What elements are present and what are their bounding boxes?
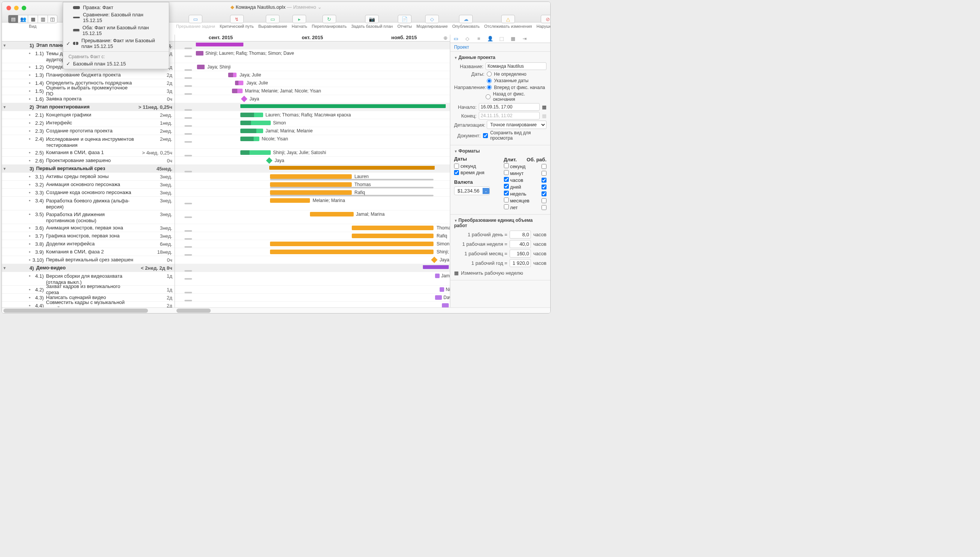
gantt-row[interactable]: Rafiq — [175, 232, 450, 240]
task-row[interactable]: •3.3)Создание кода основного персонажа3н… — [2, 189, 175, 197]
menu-item[interactable]: Правка: Факт — [63, 4, 169, 11]
task-row[interactable]: •3.8)Доделки интерфейса6нед. — [2, 240, 175, 248]
eff-years-checkbox[interactable] — [541, 205, 546, 210]
task-row[interactable]: •3.2)Анимация основного персонажа3нед. — [2, 181, 175, 189]
track-changes-button[interactable]: △Отслеживать изменения — [484, 15, 532, 29]
gantt-row[interactable]: Shinji; Jaya; Julie; Satoshi — [175, 149, 450, 157]
eff-days-checkbox[interactable] — [541, 184, 546, 189]
simulation-button[interactable]: ◇Моделирование — [416, 15, 448, 29]
task-row[interactable]: •3.10)Первый вертикальный срез завершен0… — [2, 256, 175, 264]
task-interrupt-button[interactable]: ▭Прерывание задачи — [176, 15, 215, 29]
task-row[interactable]: ▼3)Первый вертикальный срез45нед. — [2, 165, 175, 173]
gantt-bar[interactable] — [241, 104, 446, 108]
menu-item[interactable]: Сравнение: Базовый план 15.12.15 — [63, 11, 169, 24]
gantt-row[interactable] — [175, 165, 450, 173]
milestone-marker[interactable] — [266, 158, 273, 164]
hours-per-day-input[interactable] — [510, 231, 531, 239]
gantt-row[interactable]: Shinji; Ja — [175, 248, 450, 256]
gantt-row[interactable]: Dav — [175, 294, 450, 302]
task-row[interactable]: •3.5)Разработка ИИ движения противников … — [2, 210, 175, 224]
gantt-bar[interactable] — [196, 51, 203, 55]
milestone-marker[interactable] — [241, 96, 247, 103]
gantt-row[interactable]: Jamal; Marina — [175, 210, 450, 224]
inspector-tab-custom[interactable]: ▦ — [510, 36, 517, 42]
gantt-row[interactable]: Nico — [175, 286, 450, 294]
zoom-icon[interactable]: ⊕ — [444, 35, 448, 41]
gantt-row[interactable]: Jaya — [175, 95, 450, 103]
inspector-tab-resource[interactable]: 👤 — [487, 36, 494, 42]
eff-weeks-checkbox[interactable] — [541, 191, 546, 196]
gantt-row[interactable]: Jaya — [175, 256, 450, 264]
gantt-row[interactable]: Nicole; Yisan — [175, 135, 450, 149]
currency-select[interactable]: $1,234.56⌄ — [454, 186, 490, 195]
gantt-row[interactable] — [175, 103, 450, 111]
violations-button[interactable]: ⊘Нарушения — [536, 15, 551, 29]
task-row[interactable]: ▼4)Демо-видео< 2нед. 2д 8ч — [2, 264, 175, 272]
inspector-tab-styles[interactable]: ⬚ — [498, 36, 505, 42]
gantt-bar[interactable] — [269, 166, 435, 170]
reschedule-button[interactable]: ↻Перепланировать — [312, 15, 347, 29]
gantt-bar[interactable] — [352, 234, 434, 238]
task-row[interactable]: •4.2)Захват кадров из вертикального срез… — [2, 286, 175, 294]
gantt-row[interactable]: Lauren; Thomas; Rafiq; Масляная краска — [175, 111, 450, 119]
task-row[interactable]: •2.1)Концепция графики2нед. — [2, 111, 175, 119]
gantt-row[interactable]: Jaya — [175, 157, 450, 165]
task-row[interactable]: •1.3)Планирование бюджета проекта2д — [2, 71, 175, 79]
date-seconds-checkbox[interactable] — [454, 164, 459, 169]
task-row[interactable]: •1.5)Оценить и выбрать промежуточное ПО3… — [2, 87, 175, 95]
gantt-bar[interactable] — [352, 226, 434, 230]
gantt-row[interactable]: Melanie; Marina — [175, 197, 450, 210]
gantt-row[interactable]: Simon — [175, 240, 450, 248]
start-date-input[interactable] — [479, 103, 540, 111]
inspector-tabs[interactable]: ▭ ◇ ≡ 👤 ⬚ ▦ ⇥ — [450, 35, 550, 43]
gantt-bar[interactable] — [435, 274, 440, 278]
task-row[interactable]: •3.6)Анимация монстров, первая зона3нед. — [2, 224, 175, 232]
gantt-row[interactable] — [175, 264, 450, 272]
gantt-row[interactable]: Marina; Melanie; Jamal; Nicole; Yisan — [175, 87, 450, 95]
calendar-icon[interactable]: ▦ — [542, 104, 546, 110]
gantt-bar[interactable] — [241, 150, 271, 155]
task-row[interactable]: ▼2)Этап проектирования> 11нед. 0,25ч — [2, 103, 175, 111]
inspector-tab-milestone[interactable]: ◇ — [464, 36, 471, 42]
view-mode-segmented[interactable]: ▤ 👥 ▦ ▥ ◫ Вид — [8, 15, 57, 29]
gantt-bar[interactable] — [235, 81, 244, 85]
save-view-checkbox[interactable] — [483, 133, 488, 138]
gantt-bar[interactable] — [241, 137, 259, 141]
gantt-bar[interactable] — [270, 174, 352, 179]
menu-compare-baseline[interactable]: ✓Базовый план 15.12.15 — [63, 60, 169, 67]
hours-per-week-input[interactable] — [510, 240, 531, 248]
dates-undefined-radio[interactable] — [487, 72, 492, 77]
gantt-bar[interactable] — [196, 42, 244, 46]
level-button[interactable]: ▭Выравнивание — [258, 15, 287, 29]
dur-seconds-checkbox[interactable] — [504, 163, 509, 168]
task-row[interactable]: •2.5)Компания в СМИ, фаза 1> 4нед. 0,25ч — [2, 149, 175, 157]
gantt-row[interactable]: Simon — [175, 119, 450, 127]
reports-button[interactable]: 📄Отчеты — [397, 15, 412, 29]
granularity-select[interactable]: Точное планирование — [487, 121, 546, 129]
gantt-bar[interactable] — [270, 190, 352, 195]
publish-button[interactable]: ☁Опубликовать — [452, 15, 479, 29]
gantt-row[interactable]: Thomas — [175, 181, 450, 189]
direction-forward-radio[interactable] — [487, 85, 492, 90]
task-row[interactable]: •3.9)Компания в СМИ, фаза 218нед. — [2, 248, 175, 256]
inspector-tab-task[interactable]: ≡ — [475, 36, 482, 42]
dur-minutes-checkbox[interactable] — [504, 170, 509, 175]
gantt-bar[interactable] — [232, 89, 243, 93]
task-row[interactable]: •3.4)Разработка боевого движка (альфа-ве… — [2, 197, 175, 210]
gantt-bar[interactable] — [310, 212, 354, 217]
gantt-row[interactable] — [175, 41, 450, 49]
menu-item[interactable]: Оба: Факт или Базовый план 15.12.15 — [63, 24, 169, 37]
eff-hours-checkbox[interactable] — [541, 178, 546, 182]
task-row[interactable]: •3.7)Графика монстров, первая зона3нед. — [2, 232, 175, 240]
gantt-row[interactable]: Rafiq — [175, 189, 450, 197]
task-row[interactable]: •2.2)Интерфейс1нед. — [2, 119, 175, 127]
task-row[interactable]: •1.6)Заявка проекта0ч — [2, 95, 175, 103]
change-work-week-link[interactable]: Изменить рабочую неделю — [461, 270, 523, 276]
dur-days-checkbox[interactable] — [504, 184, 509, 189]
task-row[interactable]: •2.6)Проектирование завершено0ч — [2, 157, 175, 165]
set-baseline-button[interactable]: 📷Задать базовый план — [351, 15, 392, 29]
gantt-row[interactable]: Shinji; Lauren; Rafiq; Thomas; Simon; Da… — [175, 49, 450, 63]
critical-path-button[interactable]: ↯Критический путь — [220, 15, 254, 29]
eff-seconds-checkbox[interactable] — [541, 164, 546, 169]
gantt-bar[interactable] — [440, 287, 444, 292]
